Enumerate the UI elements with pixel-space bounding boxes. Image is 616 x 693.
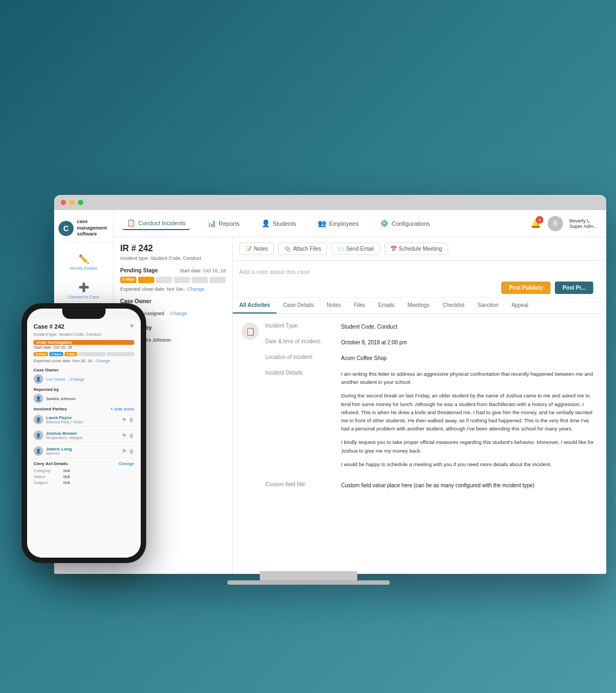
conduct-nav-icon: 📋: [127, 219, 135, 227]
notification-button[interactable]: 🔔 9: [530, 218, 541, 228]
send-email-button[interactable]: ✉️ Send Email: [331, 243, 379, 255]
user-avatar[interactable]: B: [548, 216, 563, 231]
person-2-avatar: 👤: [34, 430, 43, 440]
notes-icon: 📝: [245, 246, 252, 252]
person-2-flag[interactable]: ⚑: [122, 433, 127, 439]
mobile-case-owner-section: Case Owner: [34, 368, 134, 372]
logo-text: case management software: [77, 219, 109, 238]
add-more-button[interactable]: + Add more: [110, 407, 134, 411]
mobile-case-header: Case # 242 ⚑: [34, 323, 134, 330]
nav-students-label: Students: [273, 220, 296, 227]
clery-status-value: N/A: [63, 474, 70, 479]
field-value-custom: Custom field value place here (can be as…: [341, 481, 598, 489]
mobile-notch: [62, 309, 106, 319]
mobile-start-label: Start date: Oct 10, 18: [34, 345, 72, 350]
mobile-owner-avatar: 👤: [34, 374, 43, 384]
nav-configurations[interactable]: ⚙️ Configurations: [376, 217, 434, 230]
mobile-owner-name: Lori Garza: [46, 377, 65, 382]
tab-meetings[interactable]: Meetings: [401, 298, 436, 313]
person-1-delete[interactable]: 🗑: [129, 417, 134, 423]
user-name: Beverly L.: [569, 218, 598, 224]
stage-seg-1: [138, 277, 154, 283]
stage-label: Pending Stage: [120, 267, 158, 273]
stage-seg-4: [192, 277, 208, 283]
attach-label: Attach Files: [293, 246, 321, 252]
activity-icon: 📋: [241, 323, 259, 340]
notes-button[interactable]: 📝 Notes: [239, 243, 274, 255]
mobile-owner-change[interactable]: - Change: [68, 377, 84, 382]
notes-toolbar: 📝 Notes 📎 Attach Files ✉️ Send Email: [233, 237, 606, 261]
person-1-name: Laura Payne: [46, 415, 119, 420]
tab-files[interactable]: Files: [348, 298, 372, 313]
content-area: 📋 Incident Type: Student Code, Conduct D…: [233, 314, 606, 574]
person-1-flag[interactable]: ⚑: [122, 417, 127, 423]
involved-header: Involved Parties + Add more: [34, 407, 134, 411]
field-value-incident-details: I am writing this letter to address an a…: [341, 370, 598, 474]
field-label-datetime: Date & time of incident:: [265, 338, 341, 346]
field-label-custom: Custom field title:: [265, 481, 341, 489]
mobile-change-link[interactable]: Change: [96, 358, 110, 363]
sidebar-item-convert[interactable]: ➕ Convert to Case: [60, 278, 108, 304]
person-2-delete[interactable]: 🗑: [129, 433, 134, 439]
attach-files-button[interactable]: 📎 Attach Files: [278, 243, 327, 255]
clery-status-label: Status:: [34, 474, 63, 479]
tab-case-details[interactable]: Case Details: [277, 298, 320, 313]
case-area: IR # 242 Incident type: Student Code, Co…: [114, 237, 606, 574]
field-label-incident-details: Incident Details:: [265, 370, 341, 474]
nav-reports[interactable]: 📊 Reports: [203, 217, 244, 230]
mobile-badge-2: 3 days: [49, 352, 64, 356]
field-label-incident-type: Incident Type:: [265, 323, 341, 331]
minimize-dot[interactable]: [69, 200, 75, 205]
notification-badge: 9: [536, 216, 543, 224]
person-3-role: Witness: [46, 452, 119, 455]
clery-subject-value: N/A: [63, 480, 70, 485]
field-label-location: Location of incident:: [265, 354, 341, 362]
clery-change-button[interactable]: Change: [119, 461, 134, 466]
stage-seg-2: [156, 277, 172, 283]
mobile-seg-1: [78, 352, 106, 356]
days-badge: 2 days: [120, 277, 136, 283]
tab-notes[interactable]: Notes: [320, 298, 348, 313]
convert-icon: ➕: [78, 282, 89, 293]
note-placeholder[interactable]: Add a note about this case: [239, 265, 600, 278]
maximize-dot[interactable]: [78, 200, 83, 205]
mobile-seg-2: [107, 352, 134, 356]
post-privately-button[interactable]: Post Pr...: [555, 282, 593, 294]
nav-conduct[interactable]: 📋 Conduct Incidents: [122, 217, 190, 230]
close-dot[interactable]: [61, 200, 66, 205]
post-publicly-button[interactable]: Post Publicly: [501, 282, 551, 294]
meeting-label: Schedule Meeting: [399, 246, 442, 252]
mobile-case-type: Incident type: Student Code, Conduct: [34, 332, 134, 337]
stage-seg-3: [174, 277, 190, 283]
person-1-role: Affected Party / Victim: [46, 420, 119, 424]
nav-employees[interactable]: 👥 Employees: [313, 217, 363, 230]
nav-students[interactable]: 👤 Students: [257, 217, 300, 230]
case-main: 📝 Notes 📎 Attach Files ✉️ Send Email: [233, 237, 606, 574]
person-3-delete[interactable]: 🗑: [129, 448, 134, 454]
tab-all-activities[interactable]: All Activites: [233, 298, 277, 313]
nav-employees-label: Employees: [329, 220, 358, 227]
clery-subject-label: Subject:: [34, 480, 63, 485]
change-owner-link[interactable]: - Change: [167, 311, 187, 316]
person-3-flag[interactable]: ⚑: [122, 448, 127, 454]
sidebar-item-modify[interactable]: ✏️ Modify Details: [60, 249, 108, 276]
involved-label: Involved Parties: [34, 407, 67, 411]
clery-status: Status: N/A: [34, 474, 134, 479]
navbar: 📋 Conduct Incidents 📊 Reports 👤 Students…: [114, 210, 606, 237]
sidebar-label-convert: Convert to Case: [68, 295, 100, 300]
tab-sanction[interactable]: Sanction: [471, 298, 505, 313]
mobile-badge-3: 8 day: [64, 352, 77, 356]
sidebar-logo: C case management software: [54, 214, 113, 243]
mobile-content: Case # 242 ⚑ Incident type: Student Code…: [27, 319, 141, 558]
mobile-mockup: Case # 242 ⚑ Incident type: Student Code…: [22, 303, 146, 563]
tab-checklist[interactable]: Checklist: [436, 298, 471, 313]
employees-nav-icon: 👥: [318, 219, 326, 227]
post-buttons: Post Publicly Post Pr...: [239, 278, 600, 297]
change-date-link[interactable]: Change: [187, 286, 205, 292]
tab-emails[interactable]: Emails: [372, 298, 401, 313]
person-3: 👤 Jafaris Long Witness ⚑ 🗑: [34, 444, 134, 458]
schedule-meeting-button[interactable]: 📅 Schedule Meeting: [384, 243, 448, 255]
tab-appeal[interactable]: Appeal: [505, 298, 535, 313]
mobile-reporter-avatar: 👤: [34, 394, 43, 403]
person-2-role: Respondent / Alleged: [46, 436, 119, 440]
